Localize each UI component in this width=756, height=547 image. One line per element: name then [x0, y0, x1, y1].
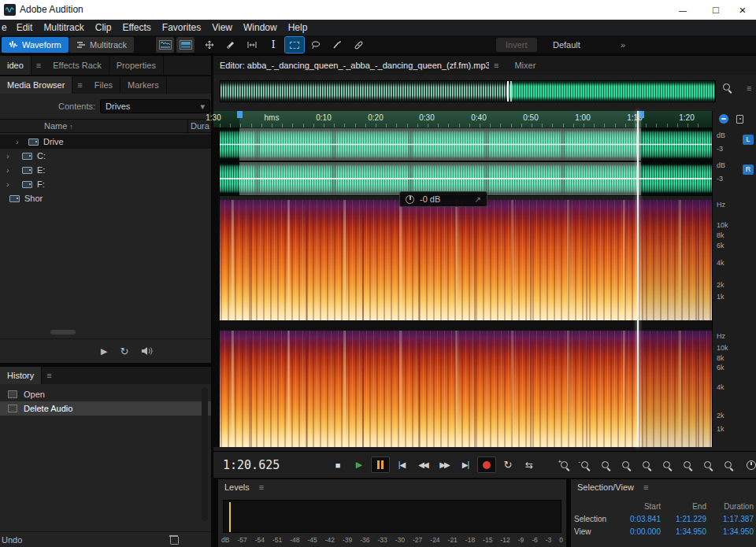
- overview-menu-icon[interactable]: [742, 83, 756, 93]
- time-display[interactable]: 1:20.625: [223, 458, 280, 472]
- tab-mixer[interactable]: Mixer: [514, 61, 536, 70]
- media-browser-menu-icon[interactable]: [72, 80, 87, 90]
- close-button[interactable]: [729, 0, 756, 20]
- rewind-button[interactable]: [413, 456, 432, 473]
- loop-playback-button[interactable]: [498, 456, 517, 473]
- timed-record-button[interactable]: [739, 457, 756, 473]
- tab-effects-rack[interactable]: Effects Rack: [46, 56, 109, 75]
- zoom-out-full-button[interactable]: [637, 457, 656, 473]
- menu-file[interactable]: e: [0, 22, 11, 33]
- zoom-to-selection-button[interactable]: [699, 457, 717, 473]
- selection-duration-value[interactable]: 1:17.387: [706, 515, 754, 523]
- waveform-mode-button[interactable]: Waveform: [2, 37, 69, 53]
- zoom-in-button[interactable]: +: [555, 457, 574, 473]
- loop-playback-button[interactable]: [120, 346, 128, 357]
- show-spectral-toggle[interactable]: [176, 37, 195, 53]
- workspace-selector[interactable]: Default: [553, 38, 580, 52]
- zoom-out-amplitude-button[interactable]: [617, 457, 636, 473]
- paintbrush-selection-tool-button[interactable]: [328, 37, 346, 53]
- move-tool-button[interactable]: [200, 37, 219, 53]
- expander-icon[interactable]: [6, 151, 14, 161]
- menu-edit[interactable]: Edit: [11, 22, 39, 33]
- levels-menu-icon[interactable]: [254, 482, 269, 492]
- menu-help[interactable]: Help: [283, 22, 313, 33]
- multitrack-mode-button[interactable]: Multitrack: [69, 37, 134, 53]
- levels-title[interactable]: Levels: [224, 482, 250, 492]
- left-channel-badge[interactable]: L: [743, 135, 754, 145]
- playhead[interactable]: [637, 111, 639, 447]
- zoom-to-out-point-button[interactable]: [678, 457, 697, 473]
- tab-files[interactable]: Files: [87, 76, 120, 94]
- preview-play-button[interactable]: [101, 346, 107, 357]
- zoom-navigator-icon[interactable]: [722, 83, 732, 93]
- view-duration-value[interactable]: 1:34.950: [706, 527, 754, 536]
- editor-file-tab[interactable]: Editor: abba_-_dancing_queen_-_abba_-_da…: [213, 61, 489, 70]
- tab-history[interactable]: History: [0, 367, 42, 384]
- skip-selection-button[interactable]: [520, 456, 539, 473]
- razor-tool-button[interactable]: [221, 37, 240, 53]
- hud-pin-icon[interactable]: [475, 194, 481, 204]
- spot-healing-brush-tool-button[interactable]: [349, 37, 368, 53]
- marker-options-icon[interactable]: [736, 115, 743, 124]
- tab-properties[interactable]: Properties: [109, 56, 164, 75]
- selection-start-handle[interactable]: [237, 111, 243, 118]
- tree-row-drive-c[interactable]: C:: [0, 149, 211, 163]
- selection-end-value[interactable]: 1:21.229: [661, 515, 706, 523]
- zoom-out-button[interactable]: -: [576, 457, 595, 473]
- menu-favorites[interactable]: Favorites: [157, 22, 206, 33]
- tab-markers[interactable]: Markers: [120, 76, 167, 94]
- tree-row-drives-root[interactable]: Drive: [0, 135, 211, 149]
- tree-row-drive-f[interactable]: F:: [0, 177, 211, 191]
- skip-to-start-button[interactable]: [392, 456, 411, 473]
- trash-icon[interactable]: [170, 535, 177, 544]
- column-divider[interactable]: [187, 120, 188, 134]
- maximize-button[interactable]: [702, 0, 729, 20]
- skip-to-end-button[interactable]: [456, 456, 475, 473]
- duration-column-header[interactable]: Dura: [191, 121, 209, 131]
- play-button[interactable]: [350, 456, 369, 473]
- minimize-button[interactable]: [669, 0, 696, 20]
- snapping-icon[interactable]: [719, 114, 728, 124]
- workspace-overflow-chevron[interactable]: »: [621, 38, 624, 52]
- zoom-to-in-point-button[interactable]: [658, 457, 676, 473]
- view-start-value[interactable]: 0:00.000: [615, 527, 661, 536]
- time-selection-tool-button[interactable]: I: [264, 37, 283, 53]
- panel-menu-icon[interactable]: [32, 61, 46, 70]
- selection-end-handle[interactable]: [639, 111, 644, 118]
- fast-forward-button[interactable]: [435, 456, 454, 473]
- show-waveform-toggle[interactable]: [156, 37, 174, 53]
- horizontal-scrollbar[interactable]: [50, 330, 76, 334]
- tree-row-drive-e[interactable]: E:: [0, 163, 211, 177]
- menu-effects[interactable]: Effects: [117, 22, 156, 33]
- expander-icon[interactable]: [6, 179, 14, 189]
- editor-menu-icon[interactable]: [489, 61, 503, 70]
- pause-button[interactable]: [371, 456, 390, 473]
- menu-view[interactable]: View: [206, 22, 238, 33]
- zoom-in-amplitude-button[interactable]: [596, 457, 615, 473]
- menu-multitrack[interactable]: Multitrack: [38, 22, 89, 33]
- zoom-reset-button[interactable]: [719, 457, 738, 473]
- slip-tool-button[interactable]: [243, 37, 261, 53]
- right-channel-badge[interactable]: R: [743, 164, 754, 175]
- menu-clip[interactable]: Clip: [90, 22, 117, 33]
- overview-view-edge[interactable]: [507, 81, 509, 102]
- tree-row-shortcuts[interactable]: Shor: [0, 191, 211, 205]
- expander-icon[interactable]: [6, 165, 14, 175]
- history-menu-icon[interactable]: [42, 371, 56, 380]
- expander-icon[interactable]: [16, 137, 24, 146]
- marquee-selection-tool-button[interactable]: [285, 37, 304, 53]
- preview-volume-button[interactable]: [141, 346, 153, 356]
- undo-label[interactable]: Undo: [2, 535, 22, 545]
- history-item-delete-audio[interactable]: Delete Audio: [0, 401, 211, 416]
- menu-window[interactable]: Window: [238, 22, 283, 33]
- name-column-header[interactable]: Name: [44, 121, 73, 131]
- history-scrollbar[interactable]: [202, 387, 208, 521]
- selection-start-value[interactable]: 0:03.841: [615, 515, 661, 523]
- stop-button[interactable]: [328, 456, 347, 473]
- history-item-open[interactable]: Open: [0, 387, 211, 401]
- tab-video[interactable]: ideo: [0, 56, 32, 75]
- tab-media-browser[interactable]: Media Browser: [0, 76, 72, 94]
- overview-navigator[interactable]: [220, 80, 716, 102]
- record-button[interactable]: [477, 456, 496, 473]
- volume-hud[interactable]: -0 dB: [399, 191, 487, 207]
